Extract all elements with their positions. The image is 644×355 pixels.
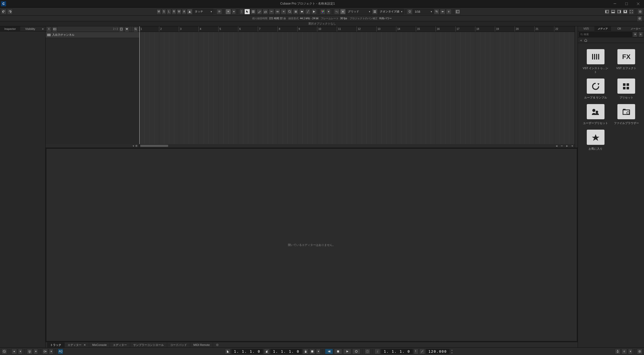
split-tool[interactable]: ✂ [269, 9, 274, 14]
quantize-panel-button[interactable]: e [446, 9, 452, 14]
media-item-vsti[interactable]: VST インストゥ…ント [582, 49, 609, 74]
snap-button[interactable] [340, 9, 346, 14]
marker-dropdown[interactable]: ▾ [33, 349, 38, 354]
infobar-settings-button[interactable] [637, 16, 642, 21]
record-button[interactable] [352, 349, 360, 354]
track-height-button[interactable]: ▾ [133, 144, 134, 148]
track-preset-button[interactable] [52, 26, 57, 32]
track-row[interactable]: 入出力チャンネル [46, 32, 139, 38]
tempo-track-button[interactable] [419, 349, 425, 354]
timeline[interactable] [139, 32, 575, 144]
position-display[interactable]: 1. 1. 1. 0 [381, 349, 413, 354]
close-button[interactable] [632, 0, 644, 8]
cross-button[interactable]: ✦ [225, 9, 231, 14]
media-item-fx[interactable]: FXVST エフェクト [613, 49, 640, 74]
bottom-tabs-settings[interactable] [215, 342, 220, 348]
track-filter-button[interactable] [125, 26, 129, 32]
punch-dropdown[interactable]: ▾ [18, 349, 23, 354]
timewarp-tool[interactable] [299, 9, 305, 14]
solo-all-button[interactable]: S [162, 9, 166, 14]
tab-sampler[interactable]: サンプラーコントロール [130, 342, 167, 347]
right-locator[interactable]: 1. 1. 1. 0 [270, 349, 302, 354]
tempo-format-button[interactable]: ♩ [375, 349, 380, 354]
play-tool[interactable] [311, 9, 317, 14]
divider-button[interactable]: ┊ [239, 9, 244, 14]
lock-button[interactable] [303, 349, 308, 354]
tab-track[interactable]: トラック [47, 342, 65, 347]
rewind-button[interactable] [325, 349, 333, 354]
punch-in-button[interactable]: ● [11, 349, 17, 354]
track-settings-button[interactable]: ✼ [135, 144, 138, 148]
erase-tool[interactable] [263, 9, 268, 14]
timeline-hscroll[interactable]: ◄ ━ ► ▾ [139, 144, 575, 148]
playhead[interactable] [139, 32, 140, 144]
media-item-fav[interactable]: お気に入り [582, 130, 609, 151]
zone-left-button[interactable] [604, 9, 610, 14]
zone-right-button[interactable] [616, 9, 622, 14]
automation-mode-dropdown[interactable]: タッチ [193, 9, 213, 14]
tab-mixconsole[interactable]: MixConsole [89, 342, 110, 347]
mute-tool[interactable]: ✕ [281, 9, 286, 14]
search-list-button[interactable]: ≡ [638, 32, 643, 37]
close-icon[interactable]: ✕ [84, 342, 86, 347]
back-button[interactable]: ◄ [579, 39, 582, 42]
maximize-button[interactable] [621, 0, 632, 8]
tab-meter[interactable]: メーター [628, 26, 644, 31]
timeline-vscroll[interactable] [575, 26, 578, 148]
line-tool[interactable]: ╱ [305, 9, 311, 14]
locator-left-button[interactable] [225, 349, 230, 354]
search-clear-button[interactable]: ✕ [633, 32, 637, 37]
home-icon[interactable] [584, 39, 587, 42]
add-track-button[interactable]: + [47, 26, 51, 32]
toolbar-settings-button[interactable] [637, 9, 643, 14]
track-search-button[interactable] [133, 26, 138, 32]
quantize-value-dropdown[interactable]: 1/16 [413, 9, 433, 14]
constrain-button[interactable] [2, 349, 7, 354]
marker-button[interactable] [27, 349, 32, 354]
draw-tool[interactable] [257, 9, 262, 14]
grid-type-button[interactable] [372, 9, 378, 14]
click-dropdown[interactable]: ▾ [628, 349, 633, 354]
hzoom-menu[interactable]: ▾ [570, 144, 575, 148]
soft-quantize-button[interactable]: % [434, 9, 439, 14]
search-input[interactable] [579, 32, 632, 37]
locator-dropdown[interactable]: ▾ [316, 349, 321, 354]
locator-right-button[interactable] [264, 349, 269, 354]
locator-cycle-button[interactable] [309, 349, 315, 354]
tab-chord[interactable]: コードパッド [167, 342, 190, 347]
zone-lower-button[interactable] [610, 9, 616, 14]
hzoom-in[interactable]: ► [564, 144, 570, 147]
retrospective-button[interactable] [365, 349, 370, 354]
media-item-file[interactable]: ファイルブラウザー [613, 104, 640, 125]
preroll-button[interactable] [42, 349, 48, 354]
tempo-display[interactable]: 120.000 [426, 349, 450, 354]
inspector-tab[interactable]: Inspector [0, 26, 20, 31]
preroll-dropdown[interactable]: ▾ [49, 349, 53, 354]
transport-settings-button[interactable] [637, 349, 642, 354]
comp-tool[interactable] [293, 9, 299, 14]
media-item-user[interactable]: ユーザープリセット [582, 104, 609, 125]
aq-button[interactable]: AQ [58, 349, 63, 354]
tab-vsti[interactable]: VSTi [578, 26, 594, 31]
undo-button[interactable] [1, 9, 7, 14]
ruler[interactable]: 12345678910111213141516171819202122 [139, 26, 575, 32]
range-tool[interactable] [250, 9, 256, 14]
hzoom-out[interactable]: ◄ [554, 144, 559, 147]
track-config-button[interactable] [119, 26, 124, 32]
stop-button[interactable] [334, 349, 342, 354]
apply-quantize-button[interactable]: Q [407, 9, 413, 14]
tab-editor2[interactable]: エディター [110, 342, 130, 347]
redo-button[interactable] [7, 9, 13, 14]
cycle-button[interactable]: ⟳ [217, 9, 222, 14]
minimize-button[interactable] [609, 0, 621, 8]
tab-midi-remote[interactable]: MIDI Remote [190, 342, 213, 347]
tempo-up[interactable]: ▲ [451, 349, 454, 351]
color-tool[interactable] [320, 9, 326, 14]
a-button[interactable]: A [182, 9, 186, 14]
inspector-sort-button[interactable]: ≡ [40, 26, 45, 31]
hscroll-thumb[interactable] [140, 145, 168, 147]
mute-all-button[interactable]: M [157, 9, 161, 14]
write-button[interactable]: W [177, 9, 181, 14]
quantize-preset-dropdown[interactable]: クオンタイズ値 [378, 9, 404, 14]
expand-button[interactable] [629, 9, 634, 14]
